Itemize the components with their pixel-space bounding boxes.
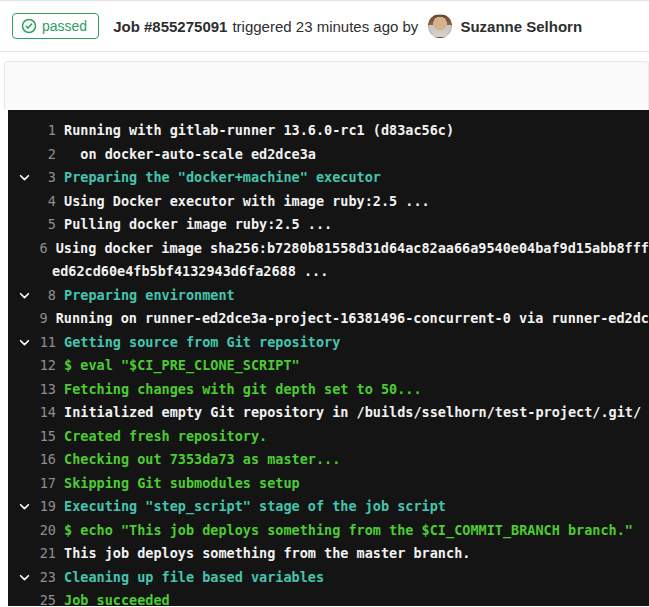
log-line: 20$ echo "This job deploys something fro… <box>8 519 649 543</box>
line-number-link[interactable]: 11 <box>38 331 56 355</box>
line-number-link[interactable]: 9 <box>30 307 48 331</box>
line-number-link[interactable]: 16 <box>38 448 56 472</box>
caret-spacer <box>18 213 38 237</box>
job-trigger-text: triggered 23 minutes ago by <box>232 18 418 35</box>
log-line: 14Initialized empty Git repository in /b… <box>8 401 649 425</box>
log-line-text: Running on runner-ed2dce3a-project-16381… <box>56 307 649 331</box>
log-line-text: ed62cd60e4fb5bf4132943d6fa2688 ... <box>52 260 328 284</box>
job-meta: Job #855275091 triggered 23 minutes ago … <box>113 14 582 38</box>
line-number-link[interactable]: 14 <box>38 401 56 425</box>
caret-spacer <box>18 237 30 261</box>
caret-spacer <box>18 425 38 449</box>
log-line-text: Running with gitlab-runner 13.6.0-rc1 (d… <box>64 119 454 143</box>
line-number-link[interactable]: 1 <box>38 119 56 143</box>
caret-spacer <box>18 542 38 566</box>
log-line: 15Created fresh repository. <box>8 425 649 449</box>
caret-spacer <box>18 143 38 167</box>
chevron-down-icon[interactable] <box>18 495 38 519</box>
line-number-link[interactable]: 6 <box>30 237 48 261</box>
log-line: 11Getting source from Git repository <box>8 331 649 355</box>
caret-spacer <box>18 519 38 543</box>
caret-spacer <box>18 307 30 331</box>
section-header-text[interactable]: Preparing the "docker+machine" executor <box>64 166 381 190</box>
line-number-link[interactable]: 25 <box>38 589 56 606</box>
chevron-down-icon[interactable] <box>18 166 38 190</box>
chevron-down-icon[interactable] <box>18 566 38 590</box>
line-number-link[interactable]: 21 <box>38 542 56 566</box>
check-circle-icon <box>21 18 37 34</box>
log-line-text: Created fresh repository. <box>64 425 267 449</box>
log-controls-bar <box>4 61 649 110</box>
status-badge-passed[interactable]: passed <box>12 13 99 39</box>
section-header-text[interactable]: Preparing environment <box>64 284 235 308</box>
log-line: 19Executing "step_script" stage of the j… <box>8 495 649 519</box>
line-number-link[interactable]: 5 <box>38 213 56 237</box>
log-line: 8Preparing environment <box>8 284 649 308</box>
user-avatar[interactable] <box>428 14 452 38</box>
caret-spacer <box>18 589 38 606</box>
section-header-text[interactable]: Getting source from Git repository <box>64 331 340 355</box>
chevron-down-icon[interactable] <box>18 284 38 308</box>
log-line: 2 on docker-auto-scale ed2dce3a <box>8 143 649 167</box>
caret-spacer <box>18 119 38 143</box>
log-line-text: This job deploys something from the mast… <box>64 542 470 566</box>
log-line: 13Fetching changes with git depth set to… <box>8 378 649 402</box>
log-line-text: $ eval "$CI_PRE_CLONE_SCRIPT" <box>64 354 300 378</box>
log-line: 16Checking out 7353da73 as master... <box>8 448 649 472</box>
log-line: ed62cd60e4fb5bf4132943d6fa2688 ... <box>8 260 649 284</box>
line-number-link[interactable]: 20 <box>38 519 56 543</box>
log-line-text: Skipping Git submodules setup <box>64 472 300 496</box>
user-name-link[interactable]: Suzanne Selhorn <box>460 18 582 35</box>
log-line: 23Cleaning up file based variables <box>8 566 649 590</box>
log-line: 6Using docker image sha256:b7280b81558d3… <box>8 237 649 261</box>
log-line: 12$ eval "$CI_PRE_CLONE_SCRIPT" <box>8 354 649 378</box>
log-line: 21This job deploys something from the ma… <box>8 542 649 566</box>
caret-spacer <box>18 448 38 472</box>
job-header: passed Job #855275091 triggered 23 minut… <box>0 1 649 52</box>
log-line: 4Using Docker executor with image ruby:2… <box>8 190 649 214</box>
line-number-link[interactable]: 13 <box>38 378 56 402</box>
line-number-link[interactable]: 15 <box>38 425 56 449</box>
chevron-down-icon[interactable] <box>18 331 38 355</box>
section-header-text[interactable]: Cleaning up file based variables <box>64 566 324 590</box>
caret-spacer <box>18 190 38 214</box>
log-line: 1Running with gitlab-runner 13.6.0-rc1 (… <box>8 119 649 143</box>
line-number-link[interactable]: 23 <box>38 566 56 590</box>
log-line-text: Using docker image sha256:b7280b81558d31… <box>56 237 649 261</box>
log-line-text: $ echo "This job deploys something from … <box>64 519 633 543</box>
status-badge-label: passed <box>42 18 87 34</box>
caret-spacer <box>18 378 38 402</box>
section-header-text[interactable]: Executing "step_script" stage of the job… <box>64 495 446 519</box>
line-number-link[interactable]: 19 <box>38 495 56 519</box>
log-line-text: on docker-auto-scale ed2dce3a <box>64 143 316 167</box>
log-line-text: Initialized empty Git repository in /bui… <box>64 401 641 425</box>
line-number-link[interactable]: 12 <box>38 354 56 378</box>
log-line-text: Checking out 7353da73 as master... <box>64 448 340 472</box>
line-number-link[interactable]: 8 <box>38 284 56 308</box>
line-number-link[interactable]: 17 <box>38 472 56 496</box>
log-line-text: Job succeeded <box>64 589 170 606</box>
log-line-text: Using Docker executor with image ruby:2.… <box>64 190 430 214</box>
line-number-link[interactable]: 3 <box>38 166 56 190</box>
caret-spacer <box>18 401 38 425</box>
caret-spacer <box>18 472 38 496</box>
log-line: 17Skipping Git submodules setup <box>8 472 649 496</box>
log-line-text: Fetching changes with git depth set to 5… <box>64 378 422 402</box>
caret-spacer <box>18 354 38 378</box>
log-line-text: Pulling docker image ruby:2.5 ... <box>64 213 332 237</box>
line-number-link[interactable]: 2 <box>38 143 56 167</box>
job-log: 1Running with gitlab-runner 13.6.0-rc1 (… <box>8 110 649 606</box>
log-line: 3Preparing the "docker+machine" executor <box>8 166 649 190</box>
log-line: 9Running on runner-ed2dce3a-project-1638… <box>8 307 649 331</box>
job-id-label: Job #855275091 <box>113 18 227 35</box>
log-line: 5Pulling docker image ruby:2.5 ... <box>8 213 649 237</box>
log-line: 25Job succeeded <box>8 589 649 606</box>
line-number-link[interactable]: 4 <box>38 190 56 214</box>
